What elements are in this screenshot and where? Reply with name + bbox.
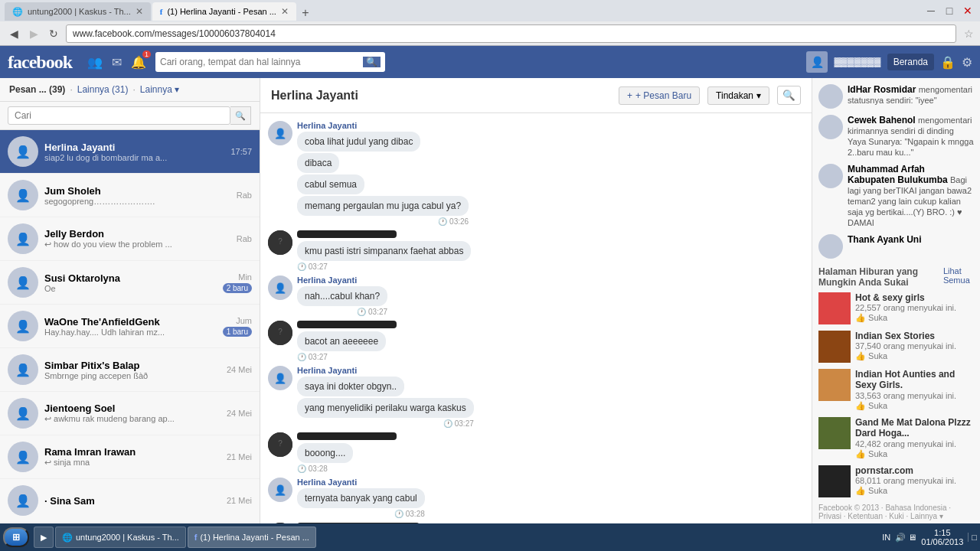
footer-privasi[interactable]: Privasi (818, 512, 841, 520)
forward-button[interactable]: ▶ (26, 26, 41, 41)
show-desktop-button[interactable]: □ (968, 533, 977, 542)
footer-ketentuan[interactable]: Ketentuan (848, 512, 883, 520)
page-thumbnail (818, 292, 851, 324)
tab-lainnya2[interactable]: Lainnya ▾ (140, 84, 179, 95)
sender-name: Herlina Jayanti (297, 276, 387, 285)
list-item[interactable]: 👤 Jientoeng Soel ↩ awkmu rak mudeng bara… (0, 392, 260, 435)
close-button[interactable]: ✕ (960, 3, 975, 18)
page-thumbnail (818, 417, 851, 449)
message-text: yang menyelidiki perilaku warga kaskus (297, 398, 474, 418)
facebook-header: facebook 👥 ✉ 🔔1 🔍 👤 ▓▓▓▓▓▓▓ Beranda 🔒 ⚙ (0, 46, 980, 78)
message-time: Rab (237, 234, 252, 243)
back-button[interactable]: ◀ (6, 26, 21, 41)
tab2-close[interactable]: ✕ (281, 6, 289, 17)
see-all-link[interactable]: Lihat Semua (943, 266, 974, 288)
message-preview: ↩ how do you view the problem ... (44, 240, 230, 249)
activity-avatar (818, 84, 843, 109)
activity-avatar (818, 234, 843, 259)
footer-bahasa[interactable]: Bahasa Indonesia (885, 504, 946, 512)
page-name[interactable]: Indian Sex Stories (855, 331, 974, 341)
address-bar[interactable]: www.facebook.com/messages/10000603780401… (66, 24, 956, 43)
message-tabs: Pesan ... (39) · Lainnya (31) · Lainnya … (9, 84, 179, 95)
like-button[interactable]: 👍 Suka (855, 449, 974, 459)
messages-sidebar: Pesan ... (39) · Lainnya (31) · Lainnya … (0, 78, 260, 551)
tab1-close[interactable]: ✕ (136, 6, 143, 17)
message-search-input[interactable] (8, 106, 230, 125)
like-button[interactable]: 👍 Suka (855, 486, 974, 496)
lock-icon[interactable]: 🔒 (940, 55, 956, 70)
svg-text:?: ? (278, 439, 283, 448)
settings-icon[interactable]: ⚙ (962, 55, 972, 70)
activity-user[interactable]: Cewek Bahenol (848, 115, 916, 126)
page-name[interactable]: Indian Hot Aunties and Sexy Girls. (855, 369, 974, 391)
list-item[interactable]: 👤 Simbar Pitix's Balap Smbrnge ping acce… (0, 348, 260, 392)
redacted-avatar: ? (268, 230, 292, 255)
browser-tab-2[interactable]: f (1) Herlina Jayanti - Pesan ... ✕ (152, 2, 296, 21)
footer-lainnya[interactable]: Lainnya ▾ (910, 512, 943, 520)
avatar: 👤 (8, 354, 38, 385)
beranda-link[interactable]: Beranda (887, 54, 934, 70)
message-search[interactable]: 🔍 (0, 102, 260, 130)
message-preview: Hay.hay.hay.... Udh lahiran mz... (44, 328, 214, 337)
page-item: Gand Me Mat Dalona Plzzz Dard Hoga... 42… (818, 417, 974, 459)
tab-inbox[interactable]: Pesan ... (39) (9, 84, 65, 95)
new-message-button[interactable]: + + Pesan Baru (619, 86, 700, 105)
message-text: bacot an aeeeeee (297, 331, 386, 351)
activity-user[interactable]: Thank Ayank Uni (848, 234, 921, 245)
new-tab-button[interactable]: + (298, 5, 313, 21)
message-time: 🕐 03:27 (297, 353, 397, 361)
chat-bubble: bacot an aeeeeee 🕐 03:27 (297, 321, 397, 361)
tab-lainnya[interactable]: Lainnya (31) (77, 84, 129, 95)
message-info: Rama Imran Irawan ↩ sinja mna (44, 446, 220, 468)
page-name[interactable]: Hot & sexy girls (855, 292, 974, 303)
notifications-icon[interactable]: 🔔1 (128, 54, 149, 71)
message-time: Min (238, 272, 252, 282)
list-item[interactable]: 👤 WaOne The'AnfieldGenk Hay.hay.hay.... … (0, 305, 260, 348)
list-item[interactable]: 👤 Rama Imran Irawan ↩ sinja mna 21 Mei (0, 435, 260, 479)
footer-kuki[interactable]: Kuki (889, 512, 903, 520)
search-input[interactable] (160, 57, 360, 67)
search-bar[interactable]: 🔍 (155, 52, 385, 72)
like-button[interactable]: 👍 Suka (855, 401, 974, 411)
search-submit[interactable]: 🔍 (363, 57, 381, 67)
message-text: cabul semua (297, 174, 364, 194)
message-text: ternyata banyak yang cabul (297, 488, 425, 508)
message-time: 🕐 03:28 (297, 465, 397, 473)
taskbar-item-tab1[interactable]: 🌐 untung2000 | Kaskus - Th... (55, 527, 186, 548)
friends-icon[interactable]: 👥 (84, 54, 106, 71)
page-name[interactable]: Gand Me Mat Dalona Plzzz Dard Hoga... (855, 417, 974, 439)
list-item[interactable]: 👤 Susi Oktarolyna Oe Min 2 baru (0, 261, 260, 305)
sender-name: Herlina Jayanti (297, 366, 474, 375)
actions-button[interactable]: Tindakan ▾ (707, 86, 769, 105)
messages-icon[interactable]: ✉ (109, 54, 125, 71)
contact-name: Herlina Jayanti (44, 142, 224, 153)
clock-time: 1:15 (921, 528, 963, 537)
refresh-button[interactable]: ↻ (46, 26, 61, 41)
list-item[interactable]: 👤 Herlina Jayanti siap2 lu dog di bombar… (0, 130, 260, 174)
user-avatar-header[interactable]: 👤 (806, 51, 828, 73)
username-header[interactable]: ▓▓▓▓▓▓▓ (834, 57, 880, 67)
contact-name: WaOne The'AnfieldGenk (44, 316, 214, 328)
page-name[interactable]: pornstar.com (855, 465, 974, 476)
message-text: kmu pasti istri simpananx faehat abbas (297, 241, 471, 261)
browser-tab-1[interactable]: 🌐 untung2000 | Kaskus - Th... ✕ (5, 2, 151, 21)
list-item[interactable]: 👤 · Sina Sam 21 Mei (0, 479, 260, 523)
message-row: ? booong.... 🕐 03:28 (268, 432, 804, 473)
maximize-button[interactable]: □ (942, 3, 957, 18)
like-button[interactable]: 👍 Suka (855, 313, 974, 323)
minimize-button[interactable]: ─ (923, 3, 939, 18)
bookmark-icon[interactable]: ☆ (964, 28, 974, 40)
chat-search-button[interactable]: 🔍 (777, 86, 801, 105)
like-button[interactable]: 👍 Suka (855, 351, 974, 361)
start-button[interactable]: ⊞ (3, 527, 29, 547)
activity-user[interactable]: IdHar Rosmidar (848, 84, 916, 95)
activity-user[interactable]: Muhammad Arfah Kabupaten Bulukumba (848, 164, 948, 185)
message-search-button[interactable]: 🔍 (230, 106, 251, 125)
avatar: 👤 (8, 398, 38, 429)
taskbar-item-media[interactable]: ▶ (34, 527, 54, 548)
list-item[interactable]: 👤 Jum Sholeh segogopreng…………………. Rab (0, 174, 260, 217)
taskbar-item-tab2[interactable]: f (1) Herlina Jayanti - Pesan ... (188, 527, 316, 548)
list-item[interactable]: 👤 Jelly Berdon ↩ how do you view the pro… (0, 217, 260, 261)
message-row: 👤 Herlina Jayanti ternyata banyak yang c… (268, 478, 804, 518)
unread-badge: 1 baru (223, 327, 252, 337)
